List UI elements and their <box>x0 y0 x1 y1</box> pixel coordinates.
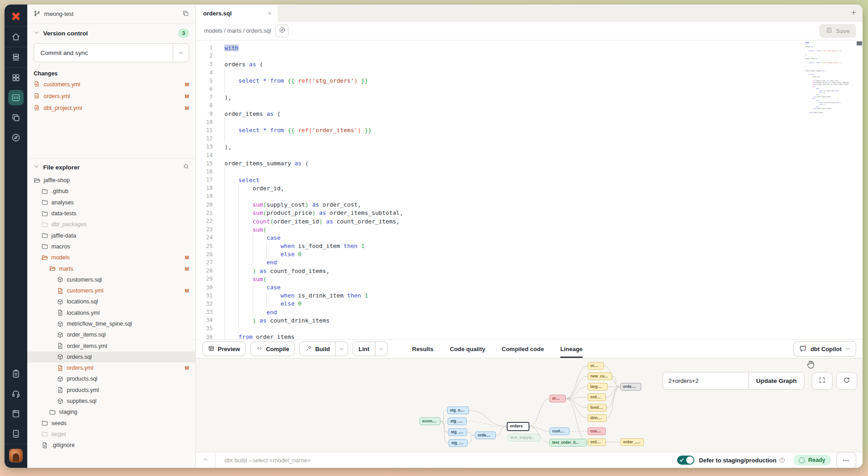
close-icon[interactable] <box>267 11 272 16</box>
compile-button[interactable]: Compile <box>250 342 295 356</box>
rail-code-window-icon[interactable] <box>5 88 27 108</box>
rail-home-icon[interactable] <box>5 27 27 47</box>
collapse-panel-button[interactable] <box>196 452 215 468</box>
rail-clipboard-icon[interactable] <box>5 364 27 384</box>
save-button[interactable]: Save <box>819 24 856 38</box>
rail-compass-icon[interactable] <box>5 128 27 148</box>
dbt-copilot-button[interactable]: dbt Copilot <box>793 341 856 357</box>
tab-code-quality[interactable]: Code quality <box>450 340 485 358</box>
tree-item-analyses[interactable]: analyses <box>27 197 195 208</box>
open-in-graph-button[interactable] <box>275 25 289 37</box>
lint-button[interactable]: Lint <box>353 342 388 356</box>
rail-headset-icon[interactable] <box>5 384 27 404</box>
lineage-node-y6[interactable]: drin.... <box>588 414 607 422</box>
tree-item-products.yml[interactable]: products.yml <box>27 385 195 396</box>
lineage-node-ecom[interactable]: ecom.... <box>419 417 440 425</box>
tree-item-jaffle-shop[interactable]: jaffle-shop <box>27 175 195 186</box>
change-item-dbt_project.yml[interactable]: dbt_project.yml M <box>27 102 195 114</box>
tree-item-data-tests[interactable]: data-tests <box>27 208 195 219</box>
tree-item-.github[interactable]: .github <box>27 186 195 197</box>
lineage-node-stg2[interactable]: stg_.... <box>448 417 467 425</box>
tree-item-label: order_items.sql <box>67 332 105 338</box>
rail-kiosk-icon[interactable] <box>5 424 27 444</box>
lineage-node-cust[interactable]: cust.... <box>549 427 569 435</box>
new-tab-button[interactable] <box>844 5 863 22</box>
tab-compiled-code[interactable]: Compiled code <box>502 340 544 358</box>
tab-results[interactable]: Results <box>412 340 434 358</box>
commit-and-sync-button[interactable]: Commit and sync <box>34 43 189 62</box>
lineage-node-y1[interactable]: or.... <box>588 362 604 370</box>
ready-status-badge[interactable]: Ready <box>793 455 831 466</box>
tree-item-order_items.yml[interactable]: order_items.yml <box>27 340 195 351</box>
tree-item-models[interactable]: modelsM <box>27 252 195 263</box>
update-graph-button[interactable]: Update Graph <box>748 372 804 390</box>
tab-orders-sql[interactable]: orders.sql <box>196 5 278 22</box>
tree-item-staging[interactable]: staging <box>27 407 195 417</box>
tree-item-target[interactable]: target <box>27 429 195 440</box>
tree-item-orders.sql[interactable]: orders.sql <box>27 352 195 362</box>
lineage-node-gexp[interactable]: orde.... <box>620 383 641 391</box>
tree-item-orders.yml[interactable]: orders.ymlM <box>27 362 195 373</box>
copy-branch-icon[interactable] <box>182 10 189 19</box>
code-editor[interactable]: 1with23orders as (45 select * from {{ re… <box>196 40 863 339</box>
change-item-customers.yml[interactable]: customers.yml M <box>27 79 195 90</box>
lineage-node-tord[interactable]: test_order_it... <box>549 439 587 446</box>
editor-tabbar: orders.sql <box>196 5 863 22</box>
tree-item-supplies.sql[interactable]: supplies.sql <box>27 396 195 407</box>
rail-copy-pages-icon[interactable] <box>5 108 27 128</box>
graph-selector-input[interactable] <box>663 372 748 390</box>
tree-item-locations.sql[interactable]: locations.sql <box>27 296 195 307</box>
tab-lineage[interactable]: Lineage <box>560 340 583 358</box>
tree-item-.gitignore[interactable]: .gitignore <box>27 440 195 451</box>
refresh-button[interactable] <box>836 372 857 390</box>
lineage-node-ordb[interactable]: orde.... <box>475 431 496 439</box>
tree-item-marts[interactable]: martsM <box>27 263 195 274</box>
build-button[interactable]: Build <box>299 342 348 356</box>
lineage-node-stg3[interactable]: stg_.... <box>448 428 467 436</box>
tree-item-seeds[interactable]: seeds <box>27 418 195 429</box>
tree-item-customers.yml[interactable]: customers.ymlM <box>27 285 195 296</box>
more-options-button[interactable]: ... <box>836 452 856 468</box>
rail-grid-icon[interactable] <box>5 68 27 88</box>
tree-item-customers.sql[interactable]: customers.sql <box>27 274 195 285</box>
scrollbar-thumb[interactable] <box>857 41 862 45</box>
lineage-node-stg1[interactable]: stg_o.... <box>447 407 469 414</box>
lineage-node-tsup[interactable]: test_supply... <box>508 434 540 441</box>
fullscreen-button[interactable] <box>812 372 833 390</box>
rail-book-icon[interactable] <box>5 404 27 424</box>
lint-options-chevron[interactable] <box>375 342 387 356</box>
search-icon[interactable] <box>183 163 189 171</box>
build-options-chevron[interactable] <box>335 342 348 356</box>
tree-item-dbt_packages[interactable]: dbt_packages <box>27 219 195 230</box>
branch-name[interactable]: mwong-test <box>44 11 74 17</box>
dbt-command-input[interactable] <box>224 456 389 464</box>
lineage-node-y3[interactable]: larg.... <box>588 383 608 391</box>
rail-dbt-logo[interactable] <box>5 6 27 26</box>
change-item-orders.yml[interactable]: orders.yml M <box>27 90 195 102</box>
rail-stack-icon[interactable] <box>5 47 27 67</box>
lineage-node-ordery[interactable]: order_..... <box>620 438 644 446</box>
tree-item-metricflow_time_spine.sql[interactable]: metricflow_time_spine.sql <box>27 318 195 329</box>
lineage-node-orders[interactable]: orders <box>507 422 529 431</box>
lineage-node-y2[interactable]: new_cu... <box>588 372 612 380</box>
defer-toggle[interactable] <box>677 456 694 465</box>
tree-item-locations.yml[interactable]: locations.yml <box>27 307 195 318</box>
lineage-node-y4[interactable]: ord.... <box>588 393 606 401</box>
lineage-node-orp[interactable]: or.... <box>549 395 566 402</box>
user-avatar[interactable] <box>9 449 23 462</box>
preview-button[interactable]: Preview <box>202 342 246 356</box>
file-explorer-header[interactable]: File explorer <box>27 159 195 174</box>
lineage-node-ordy[interactable]: ord.... <box>588 438 606 446</box>
lineage-node-y5[interactable]: food.... <box>588 404 607 412</box>
version-control-header[interactable]: Version control 3 <box>27 24 195 40</box>
tree-item-jaffle-data[interactable]: jaffle-data <box>27 230 195 241</box>
line-number: 14 <box>196 152 213 159</box>
copilot-chat-icon <box>799 345 807 353</box>
lineage-node-cusp[interactable]: cus.... <box>588 427 606 435</box>
lineage-node-stg4[interactable]: stg_.... <box>449 439 468 447</box>
tree-item-macros[interactable]: macros <box>27 241 195 252</box>
commit-options-chevron[interactable] <box>173 44 189 62</box>
tree-item-order_items.sql[interactable]: order_items.sql <box>27 329 195 340</box>
tree-item-products.sql[interactable]: products.sql <box>27 373 195 384</box>
help-icon[interactable] <box>779 457 785 463</box>
